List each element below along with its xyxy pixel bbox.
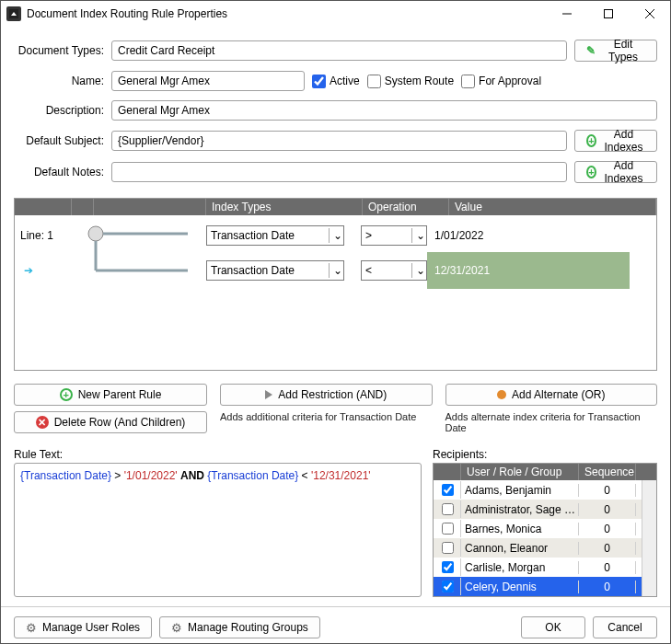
add-restriction-hint: Adds additional criteria for Transaction… <box>220 411 433 422</box>
system-route-checkbox[interactable] <box>367 75 381 88</box>
header-operation: Operation <box>363 199 449 215</box>
system-route-check[interactable]: System Route <box>367 75 454 88</box>
cancel-button[interactable]: Cancel <box>593 616 657 638</box>
rule-grid-body[interactable]: Line: 1 Transaction Date ⌄ > ⌄ 1/01/2022 <box>15 215 656 370</box>
table-row[interactable]: Adams, Benjamin0 <box>434 480 642 500</box>
rule-grid: Index Types Operation Value Line: 1 <box>14 198 657 371</box>
recipients-rows[interactable]: Adams, Benjamin0Administrator, Sage Pa..… <box>434 480 642 596</box>
recipient-checkbox[interactable] <box>442 542 454 554</box>
table-row[interactable]: Celery, Dennis0 <box>434 577 642 596</box>
for-approval-checkbox[interactable] <box>461 75 475 88</box>
add-indexes-notes-button[interactable]: + Add Indexes <box>574 161 657 183</box>
window-title: Document Index Routing Rule Properties <box>27 7 546 20</box>
active-check[interactable]: Active <box>312 75 360 88</box>
chevron-down-icon: ⌄ <box>329 228 343 243</box>
chevron-down-icon: ⌄ <box>411 228 426 243</box>
table-row[interactable]: Carlisle, Morgan0 <box>434 558 642 577</box>
document-types-input[interactable] <box>111 40 567 61</box>
recipient-checkbox[interactable] <box>442 503 454 515</box>
recipient-checkbox[interactable] <box>442 484 454 496</box>
plus-icon: + <box>60 388 73 401</box>
gear-icon: ⚙ <box>171 621 182 635</box>
play-icon <box>265 390 272 399</box>
edit-types-label: Edit Types <box>601 38 645 63</box>
line-label: Line: 1 <box>15 229 72 242</box>
app-icon <box>6 6 21 21</box>
operation-select-0[interactable]: > ⌄ <box>361 225 427 246</box>
delete-row-button[interactable]: ✕ Delete Row (And Children) <box>14 411 207 433</box>
recipient-sequence: 0 <box>579 542 636 555</box>
ok-button[interactable]: OK <box>521 616 585 638</box>
for-approval-check[interactable]: For Approval <box>461 75 541 88</box>
edit-types-button[interactable]: ✎ Edit Types <box>574 40 657 62</box>
plus-icon: + <box>586 166 596 178</box>
default-notes-label: Default Notes: <box>14 166 104 178</box>
rule-grid-header: Index Types Operation Value <box>15 199 656 215</box>
tree-connector <box>77 221 261 294</box>
svg-point-5 <box>88 226 103 241</box>
default-subject-input[interactable] <box>111 131 567 151</box>
document-types-label: Document Types: <box>14 44 104 57</box>
recipient-sequence: 0 <box>579 503 636 516</box>
chevron-down-icon: ⌄ <box>411 263 426 278</box>
x-icon: ✕ <box>36 416 49 429</box>
current-row-arrow-icon: ➔ <box>15 264 40 277</box>
value-cell-1[interactable]: 12/31/2021 <box>427 252 630 289</box>
add-alternate-hint: Adds alternate index criteria for Transa… <box>445 411 658 433</box>
description-label: Description: <box>14 104 104 117</box>
recipient-checkbox[interactable] <box>442 561 454 573</box>
header-value: Value <box>449 199 656 215</box>
active-checkbox[interactable] <box>312 75 326 88</box>
name-input[interactable] <box>111 71 305 91</box>
description-input[interactable] <box>111 100 657 121</box>
recipient-name: Adams, Benjamin <box>461 484 579 497</box>
recipient-name: Administrator, Sage Pa.. <box>461 503 579 516</box>
default-notes-input[interactable] <box>111 162 567 182</box>
recipient-name: Cannon, Eleanor <box>461 542 579 555</box>
header-user: User / Role / Group <box>461 464 579 480</box>
rule-text-box[interactable]: {Transaction Date} > '1/01/2022' AND {Tr… <box>14 463 422 597</box>
recipients-label: Recipients: <box>433 448 657 461</box>
plus-icon: + <box>586 134 596 147</box>
recipient-sequence: 0 <box>579 484 636 497</box>
minimize-button[interactable] <box>546 1 587 27</box>
recipients-header: User / Role / Group Sequence <box>434 464 656 480</box>
table-row[interactable]: Cannon, Eleanor0 <box>434 538 642 558</box>
table-row[interactable]: Administrator, Sage Pa..0 <box>434 500 642 519</box>
recipient-name: Celery, Dennis <box>461 581 579 593</box>
name-label: Name: <box>14 75 104 87</box>
new-parent-rule-button[interactable]: + New Parent Rule <box>14 384 207 406</box>
recipient-name: Barnes, Monica <box>461 523 579 535</box>
header-sequence: Sequence <box>579 464 636 480</box>
window: Document Index Routing Rule Properties D… <box>0 0 671 644</box>
close-button[interactable] <box>629 1 670 27</box>
table-row[interactable]: Barnes, Monica0 <box>434 519 642 538</box>
add-indexes-subject-button[interactable]: + Add Indexes <box>574 130 657 152</box>
manage-user-roles-button[interactable]: ⚙ Manage User Roles <box>14 616 152 638</box>
recipient-sequence: 0 <box>579 523 636 535</box>
recipient-sequence: 0 <box>579 581 636 593</box>
recipient-name: Carlisle, Morgan <box>461 561 579 574</box>
value-cell-0[interactable]: 1/01/2022 <box>427 225 620 246</box>
maximize-button[interactable] <box>587 1 629 27</box>
add-restriction-button[interactable]: Add Restriction (AND) <box>220 384 433 406</box>
rule-action-row: + New Parent Rule ✕ Delete Row (And Chil… <box>14 384 657 433</box>
gear-icon: ⚙ <box>26 621 37 635</box>
recipient-sequence: 0 <box>579 561 636 574</box>
titlebar: Document Index Routing Rule Properties <box>1 1 670 27</box>
default-subject-label: Default Subject: <box>14 134 104 147</box>
recipients-panel: Recipients: User / Role / Group Sequence… <box>433 448 657 597</box>
svg-rect-2 <box>604 10 612 18</box>
recipients-scrollbar[interactable] <box>642 480 656 596</box>
add-alternate-button[interactable]: Add Alternate (OR) <box>445 384 658 406</box>
recipient-checkbox[interactable] <box>442 581 454 592</box>
pencil-icon: ✎ <box>586 44 596 57</box>
dot-icon <box>497 390 506 399</box>
operation-select-1[interactable]: < ⌄ <box>361 260 427 281</box>
recipient-checkbox[interactable] <box>442 523 454 535</box>
manage-routing-groups-button[interactable]: ⚙ Manage Routing Groups <box>159 616 320 638</box>
content-area: Document Types: ✎ Edit Types Name: Activ… <box>1 27 670 606</box>
lower-panel: Rule Text: {Transaction Date} > '1/01/20… <box>14 448 657 597</box>
recipients-grid: User / Role / Group Sequence Adams, Benj… <box>433 463 657 597</box>
header-index-types: Index Types <box>206 199 363 215</box>
